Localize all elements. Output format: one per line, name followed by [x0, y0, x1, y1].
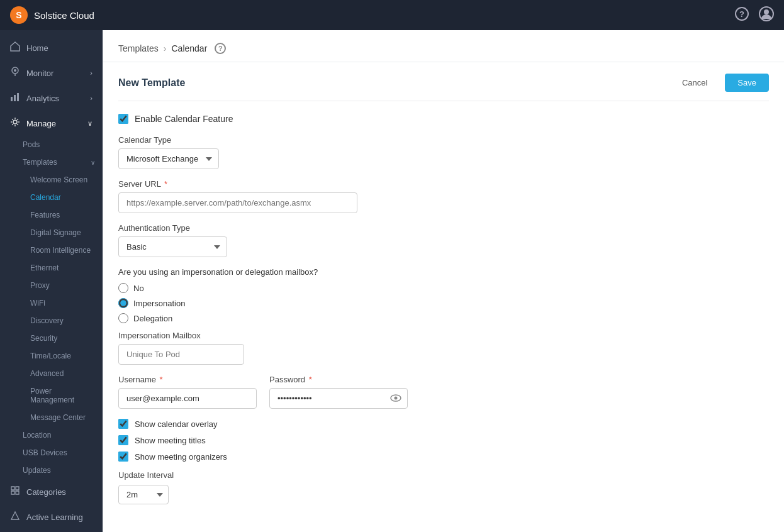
- monitor-icon: [10, 67, 20, 79]
- username-input[interactable]: [118, 388, 257, 409]
- mailbox-radio-group: No Impersonation Delegation: [118, 283, 769, 323]
- sidebar-item-proxy[interactable]: Proxy: [0, 277, 103, 294]
- sidebar-item-analytics[interactable]: Analytics ›: [0, 86, 103, 111]
- svg-rect-8: [14, 95, 16, 101]
- show-meeting-organizers-checkbox[interactable]: [118, 452, 128, 462]
- sidebar-item-advanced[interactable]: Advanced: [0, 365, 103, 382]
- chevron-right-icon: ›: [90, 69, 92, 77]
- sidebar-item-features[interactable]: Features: [0, 206, 103, 224]
- radio-item-delegation: Delegation: [118, 313, 769, 323]
- sidebar-item-label: Active Learning: [26, 513, 83, 522]
- show-meeting-titles-label[interactable]: Show meeting titles: [135, 436, 206, 445]
- chevron-right-icon: ›: [90, 94, 92, 102]
- user-icon[interactable]: [759, 6, 774, 25]
- enable-calendar-label[interactable]: Enable Calendar Feature: [135, 114, 233, 124]
- auth-type-field: Authentication Type Basic NTLM Modern Au…: [118, 223, 769, 257]
- manage-icon: [10, 117, 20, 130]
- password-field: Password *: [269, 375, 408, 409]
- radio-impersonation-label[interactable]: Impersonation: [133, 299, 185, 308]
- sidebar-item-time-locale[interactable]: Time/Locale: [0, 347, 103, 365]
- calendar-type-label: Calendar Type: [118, 135, 769, 145]
- sidebar-item-manage[interactable]: Manage ∨: [0, 111, 103, 136]
- sidebar-item-security[interactable]: Security: [0, 330, 103, 347]
- cancel-button[interactable]: Cancel: [671, 74, 719, 92]
- update-interval-label: Update Interval: [118, 470, 769, 480]
- required-indicator: *: [160, 375, 163, 384]
- enable-calendar-checkbox[interactable]: [118, 114, 128, 124]
- radio-item-no: No: [118, 283, 769, 293]
- show-meeting-titles-checkbox[interactable]: [118, 435, 128, 445]
- sidebar-item-power-management[interactable]: Power Management: [0, 382, 103, 409]
- radio-delegation[interactable]: [118, 313, 128, 323]
- chevron-down-icon: ∨: [87, 119, 92, 128]
- calendar-type-select[interactable]: Microsoft Exchange Google Calendar Offic…: [118, 148, 219, 169]
- section-header: New Template Cancel Save: [118, 62, 769, 101]
- help-icon[interactable]: ?: [735, 7, 749, 24]
- svg-marker-11: [11, 512, 19, 519]
- username-label: Username *: [118, 375, 257, 384]
- sidebar-item-welcome-screen[interactable]: Welcome Screen: [0, 171, 103, 189]
- sidebar-item-calendar[interactable]: Calendar: [0, 189, 103, 206]
- sidebar-item-label: Home: [26, 43, 48, 53]
- password-input[interactable]: [269, 388, 408, 409]
- update-interval-select[interactable]: 1m 2m 5m 10m 15m 30m: [118, 485, 169, 504]
- sidebar-item-ethernet[interactable]: Ethernet: [0, 259, 103, 277]
- password-toggle-icon[interactable]: [390, 394, 401, 404]
- password-label: Password *: [269, 375, 408, 384]
- form-title: New Template: [118, 77, 185, 89]
- breadcrumb-help-icon[interactable]: ?: [215, 43, 226, 54]
- credentials-row: Username * Password *: [118, 375, 769, 409]
- show-calendar-overlay-label[interactable]: Show calendar overlay: [135, 419, 218, 429]
- required-indicator: *: [164, 179, 167, 189]
- svg-point-10: [13, 120, 17, 124]
- breadcrumb-parent[interactable]: Templates: [118, 43, 159, 53]
- form-container: New Template Cancel Save Enable Calendar…: [103, 62, 784, 529]
- impersonation-mailbox-field: Impersonation Mailbox: [118, 331, 769, 365]
- sidebar-item-discovery[interactable]: Discovery: [0, 312, 103, 330]
- sidebar-item-home[interactable]: Home: [0, 35, 103, 60]
- show-meeting-organizers-label[interactable]: Show meeting organizers: [135, 452, 227, 462]
- categories-icon: [10, 485, 20, 498]
- sidebar-item-label: Manage: [26, 119, 56, 128]
- sidebar-item-monitor[interactable]: Monitor ›: [0, 60, 103, 86]
- required-indicator: *: [309, 375, 312, 384]
- sidebar-item-active-learning[interactable]: Active Learning: [0, 504, 103, 529]
- enable-calendar-row: Enable Calendar Feature: [118, 114, 769, 124]
- svg-rect-7: [11, 97, 13, 101]
- radio-delegation-label[interactable]: Delegation: [133, 314, 172, 323]
- auth-type-select[interactable]: Basic NTLM Modern Authentication: [118, 236, 227, 257]
- sidebar-item-templates[interactable]: Templates ∨: [0, 153, 103, 171]
- server-url-field: Server URL *: [118, 179, 769, 213]
- sidebar-item-location[interactable]: Location: [0, 426, 103, 444]
- sidebar-item-digital-signage[interactable]: Digital Signage: [0, 224, 103, 241]
- sidebar-item-wifi[interactable]: WiFi: [0, 294, 103, 312]
- svg-point-13: [395, 396, 398, 399]
- analytics-icon: [10, 92, 20, 104]
- impersonation-mailbox-input[interactable]: [118, 344, 244, 365]
- sidebar-item-room-intelligence[interactable]: Room Intelligence: [0, 241, 103, 259]
- sidebar-item-message-center[interactable]: Message Center: [0, 409, 103, 426]
- sidebar-item-label: Categories: [26, 487, 66, 497]
- auth-type-label: Authentication Type: [118, 223, 769, 233]
- active-learning-icon: [10, 511, 20, 523]
- calendar-type-field: Calendar Type Microsoft Exchange Google …: [118, 135, 769, 169]
- radio-no-label[interactable]: No: [133, 284, 144, 293]
- mailbox-question-field: Are you using an impersonation or delega…: [118, 267, 769, 365]
- nav-actions: ?: [735, 6, 774, 25]
- top-nav: S Solstice Cloud ?: [0, 0, 784, 30]
- server-url-input[interactable]: [118, 192, 357, 213]
- app-title: Solstice Cloud: [34, 10, 94, 21]
- save-button[interactable]: Save: [725, 74, 769, 92]
- sidebar-item-updates[interactable]: Updates: [0, 462, 103, 479]
- chevron-down-icon: ∨: [91, 159, 95, 166]
- svg-point-3: [764, 9, 769, 14]
- content-panel: Templates › Calendar ? New Template Canc…: [103, 30, 784, 532]
- radio-no[interactable]: [118, 283, 128, 293]
- username-field: Username *: [118, 375, 257, 409]
- show-calendar-overlay-checkbox[interactable]: [118, 419, 128, 429]
- sidebar-item-pods[interactable]: Pods: [0, 136, 103, 153]
- sidebar-item-usb-devices[interactable]: USB Devices: [0, 444, 103, 462]
- radio-impersonation[interactable]: [118, 298, 128, 308]
- mailbox-question: Are you using an impersonation or delega…: [118, 267, 769, 277]
- sidebar-item-categories[interactable]: Categories: [0, 479, 103, 504]
